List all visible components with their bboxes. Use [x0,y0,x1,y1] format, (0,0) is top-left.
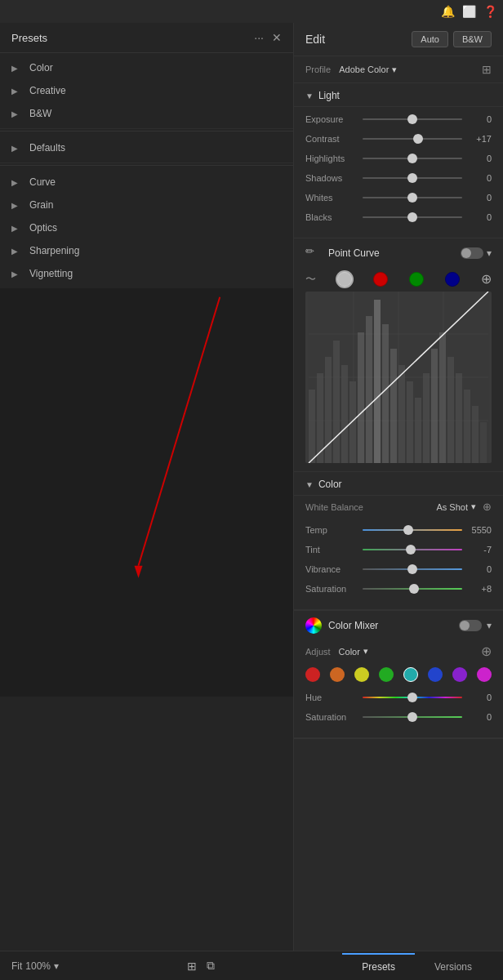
color-dot-teal[interactable] [403,667,418,682]
color-sliders: Temp 5550 Tint -7 [294,518,503,610]
vibrance-slider[interactable] [363,562,462,577]
compare-icon[interactable]: ⊞ [187,960,197,973]
color-dot-purple[interactable] [452,667,467,682]
mixer-sliders: Hue 0 Saturation 0 [294,688,503,738]
close-icon[interactable]: ✕ [272,31,282,44]
preset-item-curve[interactable]: ▶ Curve [0,171,293,194]
preset-item-bw[interactable]: ▶ B&W [0,102,293,125]
saturation-slider[interactable] [363,581,462,596]
bw-button[interactable]: B&W [453,31,492,47]
temp-value: 5550 [467,525,492,535]
whites-row: Whites 0 [305,190,492,205]
adjust-value[interactable]: Color ▾ [339,646,368,657]
preset-item-defaults[interactable]: ▶ Defaults [0,136,293,159]
ellipsis-icon[interactable]: ··· [254,31,264,44]
color-dot-red[interactable] [305,667,320,682]
svg-rect-15 [366,316,372,463]
blacks-label: Blacks [305,212,363,222]
curve-add-icon[interactable]: ⊕ [481,271,492,287]
curve-canvas[interactable] [305,292,492,463]
point-curve-left: ✏ Point Curve [305,245,380,261]
profile-row: Profile Adobe Color ▾ ⊞ [294,56,503,83]
curve-circle-green[interactable] [409,272,424,287]
wb-dropdown-icon: ▾ [471,501,476,512]
color-dot-magenta[interactable] [477,667,492,682]
curve-right: ▾ [461,247,492,259]
hue-slider[interactable] [363,690,462,705]
mixer-expand-icon[interactable]: ▾ [487,620,492,631]
curve-line-icon[interactable]: 〜 [305,272,316,287]
adjust-add-icon[interactable]: ⊕ [481,644,492,659]
shadows-slider[interactable] [363,171,462,185]
curve-circle-red[interactable] [373,272,388,287]
tab-presets[interactable]: Presets [342,953,415,979]
main-layout: Presets ··· ✕ ▶ Color ▶ Creative ▶ B&W [0,23,503,951]
profile-grid-icon[interactable]: ⊞ [482,63,492,76]
auto-button[interactable]: Auto [412,31,448,47]
profile-value[interactable]: Adobe Color ▾ [339,65,397,75]
color-dot-orange[interactable] [330,667,345,682]
color-section-label: Color [318,479,342,490]
preset-item-grain[interactable]: ▶ Grain [0,194,293,216]
curve-svg [305,292,492,463]
point-curve-toggle[interactable] [461,247,483,259]
mixer-saturation-label: Saturation [305,712,363,722]
blacks-slider[interactable] [363,210,462,225]
mixer-saturation-slider[interactable] [363,710,462,724]
preset-defaults-section: ▶ Defaults [0,133,293,163]
temp-row: Temp 5550 [305,523,492,537]
curve-circle-blue[interactable] [445,272,460,287]
curve-expand-icon[interactable]: ▾ [487,247,492,259]
top-bar: 🔔 ⬜ ❓ [0,0,503,23]
chevron-bw-icon: ▶ [11,109,23,118]
exposure-row: Exposure 0 [305,112,492,127]
saturation-label: Saturation [305,584,363,594]
preset-color-label: Color [29,62,53,74]
preset-curve-label: Curve [29,176,56,188]
color-dot-yellow[interactable] [354,667,369,682]
color-mixer-controls: ▾ [459,620,492,631]
wb-value[interactable]: As Shot ▾ [436,501,476,512]
svg-rect-12 [341,365,348,463]
temp-slider[interactable] [363,523,462,537]
zoom-label[interactable]: 100% [25,960,51,972]
preset-item-color[interactable]: ▶ Color [0,56,293,79]
tint-slider[interactable] [363,542,462,557]
zoom-dropdown-icon[interactable]: ▾ [54,960,59,972]
svg-rect-28 [472,406,479,463]
square-icon[interactable]: ⬜ [462,5,475,18]
light-section-header[interactable]: ▼ Light [294,83,503,107]
mixer-saturation-value: 0 [467,712,492,722]
color-circles-row [294,664,503,688]
pen-icon[interactable]: ✏ [305,245,322,261]
question-icon[interactable]: ❓ [483,5,496,18]
preset-grain-label: Grain [29,199,53,211]
fit-label[interactable]: Fit [11,960,22,972]
divider [0,131,293,131]
highlights-slider[interactable] [363,151,462,166]
exposure-slider[interactable] [363,112,462,127]
wb-label: White Balance [305,502,363,512]
whites-slider[interactable] [363,190,462,205]
eyedropper-icon[interactable]: ⊕ [483,501,492,513]
bell-icon[interactable]: 🔔 [441,5,454,18]
color-mixer-toggle[interactable] [459,620,482,631]
color-dot-blue[interactable] [428,667,443,682]
preset-item-vignetting[interactable]: ▶ Vignetting [0,262,293,285]
point-curve-label: Point Curve [328,247,380,259]
color-section-header[interactable]: ▼ Color [294,472,503,496]
preset-item-creative[interactable]: ▶ Creative [0,79,293,102]
curve-circle-white[interactable] [337,272,352,287]
layout-icon[interactable]: ⧉ [207,959,215,973]
tab-versions[interactable]: Versions [415,953,492,979]
preset-item-optics[interactable]: ▶ Optics [0,216,293,239]
panel-header-actions: ··· ✕ [254,31,282,44]
canvas-area [0,288,293,697]
highlights-row: Highlights 0 [305,151,492,166]
light-section-label: Light [318,90,340,101]
preset-item-sharpening[interactable]: ▶ Sharpening [0,239,293,262]
color-dot-green[interactable] [379,667,394,682]
contrast-slider[interactable] [363,131,462,146]
chevron-defaults-icon: ▶ [11,144,23,153]
svg-rect-11 [333,341,340,463]
